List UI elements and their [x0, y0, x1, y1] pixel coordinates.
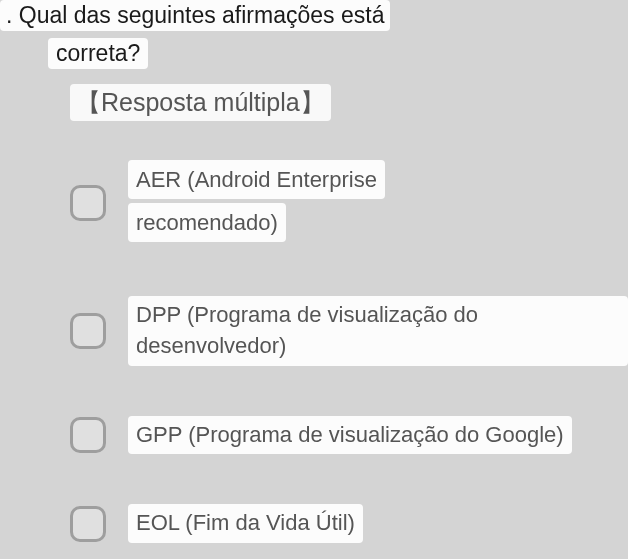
- option-item: AER (Android Enterprise recomendado): [70, 160, 628, 246]
- checkbox-dpp[interactable]: [70, 313, 106, 349]
- checkbox-eol[interactable]: [70, 506, 106, 542]
- option-item: DPP (Programa de visualização do desenvo…: [70, 296, 628, 366]
- checkbox-gpp[interactable]: [70, 417, 106, 453]
- option-label-line1: AER (Android Enterprise: [128, 160, 385, 199]
- option-label: EOL (Fim da Vida Útil): [128, 504, 363, 543]
- question-line2: correta?: [48, 38, 148, 69]
- options-list: AER (Android Enterprise recomendado) DPP…: [70, 160, 628, 559]
- option-label: AER (Android Enterprise recomendado): [128, 160, 385, 246]
- question-subtitle: 【Resposta múltipla】: [70, 84, 331, 121]
- option-label-line2: recomendado): [128, 203, 286, 242]
- option-item: EOL (Fim da Vida Útil): [70, 504, 628, 543]
- option-label: GPP (Programa de visualização do Google): [128, 416, 572, 455]
- checkbox-aer[interactable]: [70, 185, 106, 221]
- question-line1: . Qual das seguintes afirmações está: [0, 0, 390, 31]
- option-item: GPP (Programa de visualização do Google): [70, 416, 628, 455]
- option-label: DPP (Programa de visualização do desenvo…: [128, 296, 628, 366]
